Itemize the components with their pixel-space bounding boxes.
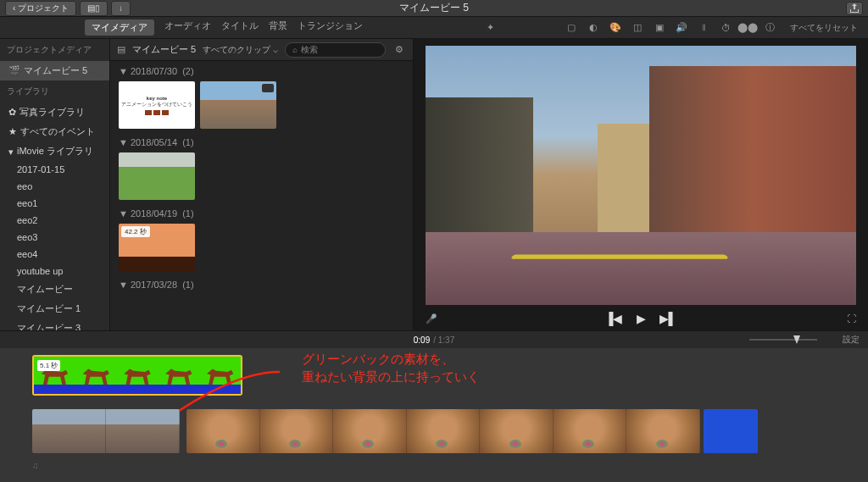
duration-badge: 42.2 秒	[121, 226, 150, 237]
video-clip[interactable]	[32, 409, 180, 453]
sidebar-event[interactable]: eeo4	[0, 246, 109, 263]
voiceover-icon[interactable]: 🎤	[426, 313, 437, 324]
sidebar-imovie-library[interactable]: ▾iMovie ライブラリ	[0, 141, 109, 161]
titlebar: ‹ プロジェクト ▤▯ ↓ マイムービー 5	[0, 0, 868, 17]
zoom-slider[interactable]	[749, 339, 817, 341]
greenscreen-clip[interactable]: 5.1 秒	[32, 355, 242, 396]
list-view-icon[interactable]: ▤	[117, 44, 125, 55]
sidebar-event[interactable]: マイムービー	[0, 280, 109, 299]
video-clip[interactable]	[186, 409, 700, 453]
browser-title: マイムービー 5	[132, 43, 196, 56]
crop-icon[interactable]: ◫	[631, 21, 644, 35]
timecode: 0:09/ 1:37	[414, 335, 455, 345]
video-track[interactable]	[25, 409, 843, 457]
tab-transitions[interactable]: トランジション	[298, 19, 363, 36]
import-button[interactable]: ↓	[111, 1, 131, 16]
audio-track[interactable]: ♫	[25, 460, 843, 474]
flower-icon: ✿	[8, 107, 16, 118]
library-view-button[interactable]: ▤▯	[80, 1, 108, 16]
sidebar-event[interactable]: マイムービー 1	[0, 299, 109, 319]
media-browser: ▤ マイムービー 5 すべてのクリップ ⌵ ⌕検索 ⚙ ▼ 2018/07/30…	[110, 39, 414, 330]
sidebar-event[interactable]: マイムービー 3	[0, 319, 109, 330]
tab-titles[interactable]: タイトル	[221, 19, 259, 36]
search-icon: ⌕	[292, 45, 298, 54]
share-button[interactable]	[846, 2, 863, 15]
sidebar-event[interactable]: eeo	[0, 178, 109, 195]
date-group-header[interactable]: ▼ 2018/04/19 (1)	[119, 208, 404, 219]
sidebar-event[interactable]: eeo2	[0, 212, 109, 229]
sidebar-event[interactable]: eeo3	[0, 229, 109, 246]
tab-my-media[interactable]: マイメディア	[85, 19, 154, 36]
chevron-down-icon: ▾	[8, 147, 14, 158]
color-correct-icon[interactable]: 🎨	[609, 21, 622, 35]
overlay-track[interactable]: 5.1 秒	[25, 355, 843, 399]
date-group-header[interactable]: ▼ 2017/03/28 (1)	[119, 280, 404, 290]
clip-thumbnail[interactable]: key noteアニメーションをつけていこう	[119, 81, 195, 129]
next-button[interactable]: ▶▌	[659, 312, 677, 325]
sidebar-section-library: ライブラリ	[0, 80, 109, 102]
clip-thumbnail[interactable]	[200, 81, 276, 129]
clapper-icon: 🎬	[8, 65, 20, 76]
share-icon	[849, 3, 860, 14]
back-to-projects-button[interactable]: ‹ プロジェクト	[5, 1, 76, 16]
main-toolbar: マイメディア オーディオ タイトル 背景 トランジション ✦ ▢ ◐ 🎨 ◫ ▣…	[0, 17, 868, 39]
camera-icon	[262, 84, 274, 92]
preview-viewer: 🎤 ▐◀ ▶ ▶▌ ⛶	[414, 39, 868, 330]
sidebar-event[interactable]: youtube up	[0, 263, 109, 280]
sidebar-section-project: プロジェクトメディア	[0, 39, 109, 61]
sidebar-event[interactable]: eeo1	[0, 195, 109, 212]
timeline-settings-button[interactable]: 設定	[843, 334, 860, 346]
clip-thumbnail[interactable]: 42.2 秒	[119, 224, 195, 271]
clip-thumbnail[interactable]	[119, 152, 195, 200]
browser-settings-icon[interactable]: ⚙	[392, 43, 406, 57]
sidebar-photo-library[interactable]: ✿写真ライブラリ	[0, 102, 109, 122]
tab-backgrounds[interactable]: 背景	[269, 19, 287, 36]
search-input[interactable]: ⌕検索	[285, 42, 386, 58]
sidebar-project-current[interactable]: 🎬マイムービー 5	[0, 61, 109, 80]
volume-icon[interactable]: 🔊	[675, 21, 688, 35]
overlay-icon[interactable]: ▢	[565, 21, 578, 35]
reset-all-button[interactable]: すべてをリセット	[790, 22, 858, 34]
timeline: 0:09/ 1:37 設定 5.1 秒 グリーンバックの素材を、重ねたい背景の上…	[0, 330, 868, 481]
sidebar-all-events[interactable]: ★すべてのイベント	[0, 122, 109, 141]
fullscreen-icon[interactable]: ⛶	[847, 313, 856, 324]
music-icon: ♫	[32, 461, 39, 470]
play-button[interactable]: ▶	[637, 312, 646, 325]
preview-frame[interactable]	[426, 46, 856, 305]
enhance-icon[interactable]: ✦	[483, 21, 497, 35]
stabilize-icon[interactable]: ▣	[653, 21, 666, 35]
speed-icon[interactable]: ⏱	[719, 21, 732, 35]
date-group-header[interactable]: ▼ 2018/05/14 (1)	[119, 137, 404, 147]
color-balance-icon[interactable]: ◐	[587, 21, 600, 35]
clip-duration-badge: 5.1 秒	[37, 360, 60, 371]
prev-button[interactable]: ▐◀	[605, 312, 623, 325]
noise-icon[interactable]: ⫴	[697, 21, 710, 35]
sidebar-event[interactable]: 2017-01-15	[0, 161, 109, 178]
tab-audio[interactable]: オーディオ	[164, 19, 211, 36]
clip-filter-dropdown[interactable]: すべてのクリップ ⌵	[203, 44, 278, 56]
filter-icon[interactable]: ⬤⬤	[741, 21, 754, 35]
video-clip[interactable]	[704, 409, 758, 453]
date-group-header[interactable]: ▼ 2018/07/30 (2)	[119, 66, 404, 76]
info-icon[interactable]: ⓘ	[763, 21, 776, 35]
star-icon: ★	[8, 126, 17, 137]
library-sidebar: プロジェクトメディア 🎬マイムービー 5 ライブラリ ✿写真ライブラリ ★すべて…	[0, 39, 110, 330]
